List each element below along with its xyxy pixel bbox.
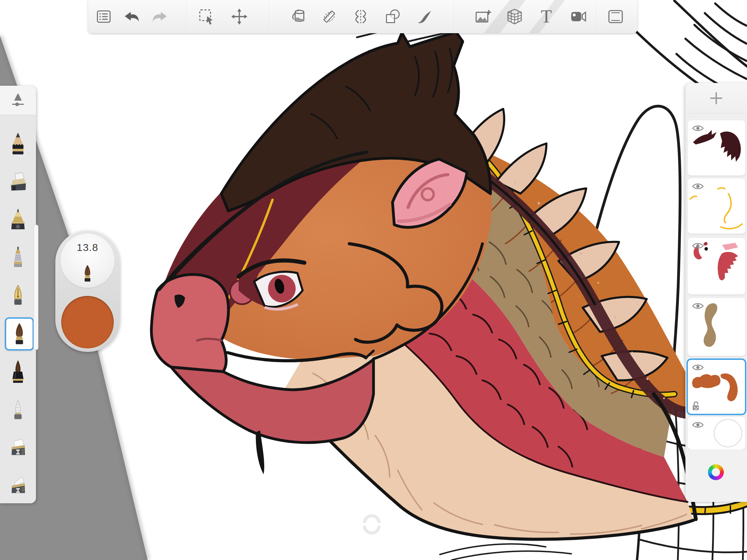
toolbar-group-separator	[454, 1, 454, 32]
ruler-button[interactable]	[320, 7, 339, 26]
marquee-select-icon	[197, 7, 216, 26]
puck-brush-icon	[80, 264, 95, 283]
camera-button[interactable]	[569, 7, 588, 26]
toolbar-group-separator	[269, 1, 269, 32]
layer-visibility-eye-icon[interactable]	[692, 420, 704, 429]
shapes-button[interactable]	[383, 7, 402, 26]
select-button[interactable]	[197, 7, 216, 26]
ruler-icon	[320, 7, 339, 26]
plus-icon	[708, 90, 725, 106]
menu-icon	[94, 7, 113, 26]
layer-visibility-eye-icon[interactable]	[692, 124, 704, 133]
layer-item-horns-layer[interactable]	[688, 120, 745, 176]
brush-pen-icon	[8, 360, 28, 384]
layer-visibility-eye-icon[interactable]	[692, 363, 704, 372]
paint-bucket-icon	[290, 7, 308, 26]
brush-tool-technical-pen[interactable]	[5, 243, 31, 273]
color-wheel-button[interactable]	[708, 464, 724, 480]
brush-library-panel	[0, 86, 36, 503]
app-window: { "app": { "type": "digital-painting-app…	[0, 0, 747, 560]
layer-visibility-eye-icon[interactable]	[692, 241, 704, 250]
redo-button[interactable]	[150, 7, 170, 26]
brush-tool-soft-eraser[interactable]	[5, 433, 31, 464]
brush-size-puck[interactable]: 13.8	[60, 233, 115, 288]
canvas-frame-icon	[606, 7, 625, 26]
stroke-curve-icon	[415, 7, 434, 26]
brush-tool-smudge-stick[interactable]	[5, 395, 31, 426]
color-puck[interactable]	[61, 296, 114, 348]
brush-panel-scrollbar[interactable]	[34, 225, 38, 350]
layer-item-red-mouth-layer[interactable]	[688, 238, 745, 295]
perspective-grid-icon	[505, 7, 524, 26]
brush-tool-ink-nib[interactable]	[5, 281, 31, 311]
chisel-eraser-icon	[8, 474, 28, 498]
brush-tool-pencil[interactable]	[5, 128, 31, 159]
brush-size-value: 13.8	[60, 242, 115, 253]
layer-item-bottom-layer[interactable]	[688, 417, 745, 449]
smudge-stick-icon	[8, 398, 28, 422]
layer-item-khaki-scales-layer[interactable]	[688, 298, 745, 356]
brush-tool-paintbrush[interactable]	[5, 317, 34, 351]
brush-tool-eraser-block[interactable]	[5, 167, 31, 197]
pencil-icon	[8, 131, 28, 156]
frame-button[interactable]	[606, 7, 625, 26]
toolbar-group-separator	[186, 1, 186, 32]
eraser-block-icon	[8, 170, 28, 194]
soft-eraser-icon	[8, 436, 28, 460]
brush-tool-chisel-eraser[interactable]	[5, 471, 31, 502]
undo-button[interactable]	[122, 7, 141, 26]
airbrush-icon	[8, 208, 28, 232]
layer-visibility-eye-icon[interactable]	[692, 301, 704, 310]
text-button[interactable]: T	[537, 7, 556, 26]
layer-visibility-eye-icon[interactable]	[692, 182, 704, 191]
brush-tool-airbrush[interactable]	[5, 205, 31, 235]
layer-transparency-lock-icon[interactable]	[692, 401, 701, 411]
camera-icon	[569, 7, 588, 26]
brush-tool-brush-pen[interactable]	[5, 356, 31, 387]
technical-pen-icon	[8, 246, 28, 270]
brush-settings-icon	[9, 91, 27, 109]
add-layer-button[interactable]	[685, 83, 747, 114]
move-button[interactable]	[230, 7, 249, 26]
shapes-icon	[383, 7, 402, 26]
perspective-button[interactable]	[505, 7, 524, 26]
symmetry-icon	[351, 7, 370, 26]
layer-item-yellow-accents-layer[interactable]	[688, 178, 745, 234]
text-icon: T	[541, 8, 552, 26]
paintbrush-icon	[10, 322, 29, 346]
menu-button[interactable]	[94, 7, 113, 26]
redo-icon	[151, 7, 169, 26]
brush-settings-button[interactable]	[0, 86, 36, 115]
toolbar-group-separator	[596, 1, 597, 32]
layer-item-orange-base-layer[interactable]	[688, 360, 745, 414]
add-image-icon	[474, 7, 492, 26]
fill-button[interactable]	[289, 7, 309, 26]
move-icon	[230, 7, 249, 26]
undo-icon	[122, 7, 141, 26]
brush-color-puck[interactable]: 13.8	[55, 230, 120, 352]
ink-nib-icon	[8, 284, 28, 308]
symmetry-button[interactable]	[351, 7, 370, 26]
add-image-button[interactable]	[473, 7, 493, 26]
layers-panel	[685, 83, 747, 502]
layers-footer	[685, 449, 747, 502]
stroke-button[interactable]	[415, 7, 434, 26]
top-toolbar: T	[88, 0, 637, 33]
